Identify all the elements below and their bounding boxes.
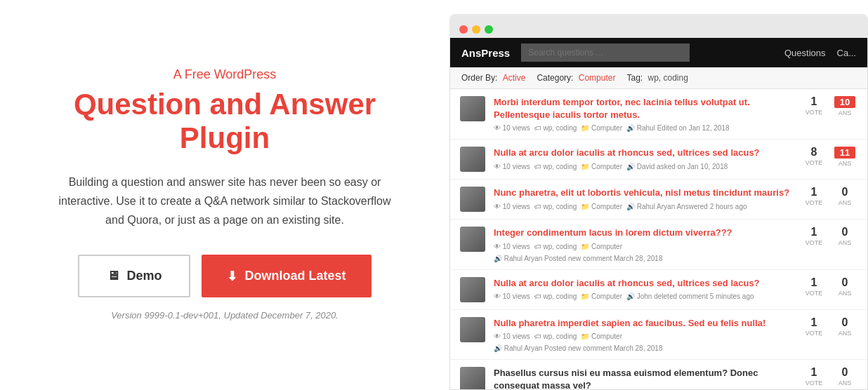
question-content: Nunc pharetra, elit ut lobortis vehicula… [494,187,793,210]
question-content: Phasellus cursus nisi eu massa euismod e… [494,367,793,389]
table-row: Nulla at arcu dolor iaculis at rhoncus s… [450,140,867,180]
views-meta: 👁 10 views [494,163,530,170]
user-action-meta: 🔊 Rahul Edited on Jan 12, 2018 [626,124,730,132]
demo-icon: 🖥 [107,269,119,283]
table-row: Integer condimentum lacus in lorem dictu… [450,220,867,269]
category-value: Computer [579,73,616,83]
vote-count-box: 8 VOTE [801,147,827,166]
vote-count: 1 [811,317,817,328]
right-panel: AnsPress Questions Ca... Order By: Activ… [449,0,868,390]
question-content: Nulla pharetra imperdiet sapien ac fauci… [494,317,793,352]
ap-nav: Questions Ca... [784,48,856,58]
answer-label: ANS [839,239,852,246]
tags-meta: 🏷 wp, coding [534,292,577,300]
answer-label: ANS [839,109,852,116]
answer-count-box: 0 ANS [832,187,857,206]
answer-count: 11 [834,147,855,159]
question-content: Morbi interdum tempor tortor, nec lacini… [494,96,793,132]
answer-count-box: 11 ANS [832,147,857,167]
browser-dot-yellow [472,25,480,34]
vote-label: VOTE [805,109,823,116]
avatar [460,147,485,172]
question-meta: 👁 10 views 🏷 wp, coding 📁 Computer 🔊 Rah… [494,124,793,132]
views-meta: 👁 10 views [494,203,530,210]
vote-answer-counts: 1 VOTE 0 ANS [801,187,857,206]
ap-nav-questions[interactable]: Questions [784,48,826,58]
answer-label: ANS [839,379,852,386]
button-row: 🖥 Demo ⬇ Download Latest [78,255,371,297]
question-title[interactable]: Morbi interdum tempor tortor, nec lacini… [494,96,793,121]
category-meta: 📁 Computer [581,124,622,132]
user-action-meta: 🔊 Rahul Aryan Answered 2 hours ago [626,203,747,210]
avatar [460,96,485,121]
vote-count: 1 [811,96,817,107]
question-meta: 👁 10 views 🏷 wp, coding 📁 Computer 🔊 Rah… [494,203,793,210]
question-meta: 👁 10 views 🏷 wp, coding 📁 Computer 🔊 Dav… [494,163,793,170]
avatar [460,187,485,212]
avatar [460,367,485,389]
version-text: Version 9999-0.1-dev+001, Updated Decemb… [111,309,338,323]
download-label: Download Latest [244,269,346,283]
question-meta: 👁 10 views 🏷 wp, coding 📁 Computer 🔊 Rah… [494,332,793,352]
vote-count-box: 1 VOTE [801,187,827,206]
vote-answer-counts: 1 VOTE 0 ANS [801,277,857,297]
download-icon: ⬇ [227,269,237,284]
vote-count: 1 [811,187,817,198]
browser-dot-green [485,25,493,34]
browser-body: AnsPress Questions Ca... Order By: Activ… [449,38,868,390]
category-meta: 📁 Computer [581,163,622,170]
download-button[interactable]: ⬇ Download Latest [202,255,371,297]
demo-label: Demo [126,269,162,283]
table-row: Phasellus cursus nisi eu massa euismod e… [450,360,867,389]
avatar [460,277,485,302]
question-title[interactable]: Nulla pharetra imperdiet sapien ac fauci… [494,317,793,330]
question-title[interactable]: Nunc pharetra, elit ut lobortis vehicula… [494,187,793,199]
question-title[interactable]: Integer condimentum lacus in lorem dictu… [494,227,793,239]
order-value: Active [503,73,526,83]
question-title[interactable]: Nulla at arcu dolor iaculis at rhoncus s… [494,147,793,159]
vote-answer-counts: 1 VOTE 0 ANS [801,367,857,386]
ap-search-input[interactable] [521,43,690,62]
views-meta: 👁 10 views [494,124,530,132]
vote-answer-counts: 1 VOTE 0 ANS [801,227,857,246]
order-label: Order By: Active [461,73,525,83]
answer-count: 0 [842,317,848,328]
answer-label: ANS [839,199,852,206]
answer-label: ANS [839,160,852,167]
question-content: Integer condimentum lacus in lorem dictu… [494,227,793,262]
answer-count-box: 10 ANS [832,96,857,116]
vote-count-box: 1 VOTE [801,227,827,246]
question-title[interactable]: Nulla at arcu dolor iaculis at rhoncus s… [494,277,793,290]
vote-label: VOTE [805,290,823,297]
vote-label: VOTE [805,159,823,166]
tag-label: Tag: wp, coding [626,73,688,83]
answer-count: 10 [834,96,855,108]
table-row: Nulla pharetra imperdiet sapien ac fauci… [450,310,867,360]
vote-count: 1 [811,227,817,238]
vote-label: VOTE [805,199,823,206]
user-action-meta: 🔊 Rahul Aryan Posted new comment March 2… [494,344,662,352]
answer-count-box: 0 ANS [832,277,857,297]
tags-meta: 🏷 wp, coding [534,243,577,250]
browser-chrome [449,14,868,38]
user-action-meta: 🔊 David asked on Jan 10, 2018 [626,163,728,170]
vote-count: 1 [811,277,817,288]
vote-count: 1 [811,367,817,378]
ap-header: AnsPress Questions Ca... [450,38,867,67]
answer-count: 0 [842,187,848,198]
question-title[interactable]: Phasellus cursus nisi eu massa euismod e… [494,367,793,389]
answer-count-box: 0 ANS [832,317,857,337]
answer-count-box: 0 ANS [832,227,857,246]
category-meta: 📁 Computer [581,243,622,250]
category-label: Category: Computer [537,73,615,83]
question-content: Nulla at arcu dolor iaculis at rhoncus s… [494,277,793,300]
answer-count: 0 [842,227,848,238]
demo-button[interactable]: 🖥 Demo [78,255,190,297]
category-meta: 📁 Computer [581,203,622,210]
subtitle: A Free WordPress [173,67,277,82]
views-meta: 👁 10 views [494,243,530,250]
ap-nav-categories[interactable]: Ca... [837,48,856,58]
answer-count: 0 [842,367,848,378]
question-meta: 👁 10 views 🏷 wp, coding 📁 Computer 🔊 Rah… [494,243,793,262]
answer-count: 0 [842,277,848,288]
